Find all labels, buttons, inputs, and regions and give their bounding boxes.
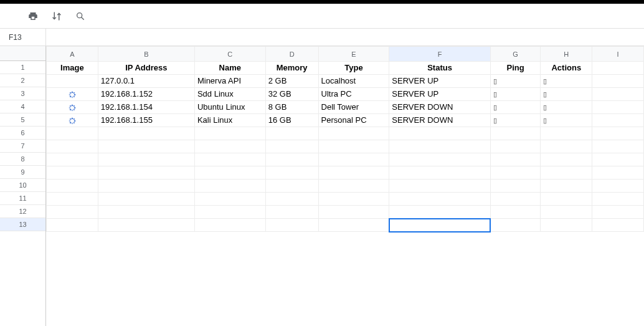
column-title-actions[interactable]: Actions: [541, 62, 592, 75]
cell-image[interactable]: [47, 101, 98, 114]
cell-H12[interactable]: [541, 206, 592, 219]
cell-D9[interactable]: [265, 166, 318, 180]
cell-E11[interactable]: [318, 193, 389, 206]
row-header-8[interactable]: 8: [0, 153, 45, 166]
cell-type[interactable]: Ultra PC: [318, 88, 389, 101]
cell-G10[interactable]: [490, 180, 541, 193]
cell-I9[interactable]: [592, 166, 644, 180]
column-header-G[interactable]: G: [490, 47, 541, 62]
cell-type[interactable]: Personal PC: [318, 114, 389, 127]
cell-B12[interactable]: [98, 206, 194, 219]
cell-E9[interactable]: [318, 166, 389, 180]
cell-G12[interactable]: [490, 206, 541, 219]
cell-image[interactable]: [47, 114, 98, 127]
print-icon[interactable]: [27, 11, 39, 22]
cell-F9[interactable]: [389, 166, 490, 180]
column-header-B[interactable]: B: [98, 47, 194, 62]
cell-H10[interactable]: [541, 180, 592, 193]
cell-ip[interactable]: 192.168.1.155: [98, 114, 194, 127]
cell-type[interactable]: Localhost: [318, 75, 389, 88]
column-header-A[interactable]: A: [47, 47, 98, 62]
column-header-H[interactable]: H: [541, 47, 592, 62]
cell-empty[interactable]: [592, 101, 644, 114]
cell-B11[interactable]: [98, 193, 194, 206]
cell-type[interactable]: Dell Tower: [318, 101, 389, 114]
cell-C10[interactable]: [194, 180, 265, 193]
cell-status[interactable]: SERVER DOWN: [389, 101, 490, 114]
cell-H11[interactable]: [541, 193, 592, 206]
cell-ip[interactable]: 192.168.1.154: [98, 101, 194, 114]
cell-B9[interactable]: [98, 166, 194, 180]
cell-C7[interactable]: [194, 140, 265, 153]
row-header-12[interactable]: 12: [0, 205, 45, 218]
cell-E10[interactable]: [318, 180, 389, 193]
cell-E12[interactable]: [318, 206, 389, 219]
cell-ip[interactable]: 192.168.1.152: [98, 88, 194, 101]
cell-image[interactable]: [47, 75, 98, 88]
column-header-E[interactable]: E: [318, 47, 389, 62]
cell-name[interactable]: Kali Linux: [194, 114, 265, 127]
cell-G6[interactable]: [490, 127, 541, 140]
cell-actions[interactable]: ▯: [541, 75, 592, 88]
cell-E8[interactable]: [318, 153, 389, 166]
column-header-F[interactable]: F: [389, 47, 490, 62]
cell-A7[interactable]: [47, 140, 98, 153]
cell-C8[interactable]: [194, 153, 265, 166]
cell-F6[interactable]: [389, 127, 490, 140]
cell-I6[interactable]: [592, 127, 644, 140]
row-header-11[interactable]: 11: [0, 192, 45, 205]
cell-D11[interactable]: [265, 193, 318, 206]
row-header-1[interactable]: 1: [0, 61, 45, 74]
cell-G11[interactable]: [490, 193, 541, 206]
row-header-7[interactable]: 7: [0, 140, 45, 153]
cell-memory[interactable]: 8 GB: [265, 101, 318, 114]
cell-F7[interactable]: [389, 140, 490, 153]
cell-memory[interactable]: 32 GB: [265, 88, 318, 101]
cell-status[interactable]: SERVER UP: [389, 88, 490, 101]
row-header-5[interactable]: 5: [0, 113, 45, 127]
cell-H7[interactable]: [541, 140, 592, 153]
cell-D7[interactable]: [265, 140, 318, 153]
row-header-2[interactable]: 2: [0, 74, 45, 87]
cell-C9[interactable]: [194, 166, 265, 180]
cell-H8[interactable]: [541, 153, 592, 166]
column-title-type[interactable]: Type: [318, 62, 389, 75]
cell-memory[interactable]: 16 GB: [265, 114, 318, 127]
cell-name[interactable]: Minerva API: [194, 75, 265, 88]
cell-empty[interactable]: [592, 62, 644, 75]
cell-B10[interactable]: [98, 180, 194, 193]
column-header-C[interactable]: C: [194, 47, 265, 62]
cell-I12[interactable]: [592, 206, 644, 219]
cell-A10[interactable]: [47, 180, 98, 193]
cell-E13[interactable]: [318, 219, 389, 232]
cell-I13[interactable]: [592, 219, 644, 232]
sort-icon[interactable]: [51, 11, 62, 22]
column-header-D[interactable]: D: [265, 47, 318, 62]
cell-D12[interactable]: [265, 206, 318, 219]
cell-empty[interactable]: [592, 75, 644, 88]
cell-C13[interactable]: [194, 219, 265, 232]
cell-F10[interactable]: [389, 180, 490, 193]
search-icon[interactable]: [75, 11, 86, 22]
cell-empty[interactable]: [592, 114, 644, 127]
cell-image[interactable]: [47, 88, 98, 101]
name-box[interactable]: F13: [0, 29, 46, 46]
cell-C12[interactable]: [194, 206, 265, 219]
cell-A9[interactable]: [47, 166, 98, 180]
cell-I11[interactable]: [592, 193, 644, 206]
column-title-image[interactable]: Image: [47, 62, 98, 75]
cell-ip[interactable]: 127.0.0.1: [98, 75, 194, 88]
cell-B13[interactable]: [98, 219, 194, 232]
cell-D6[interactable]: [265, 127, 318, 140]
cell-name[interactable]: Sdd Linux: [194, 88, 265, 101]
column-header-I[interactable]: I: [592, 47, 644, 62]
cell-actions[interactable]: ▯: [541, 101, 592, 114]
cell-E7[interactable]: [318, 140, 389, 153]
cell-E6[interactable]: [318, 127, 389, 140]
cell-ping[interactable]: ▯: [490, 88, 541, 101]
column-title-name[interactable]: Name: [194, 62, 265, 75]
cell-B7[interactable]: [98, 140, 194, 153]
cell-empty[interactable]: [592, 88, 644, 101]
cell-F8[interactable]: [389, 153, 490, 166]
column-title-ping[interactable]: Ping: [490, 62, 541, 75]
